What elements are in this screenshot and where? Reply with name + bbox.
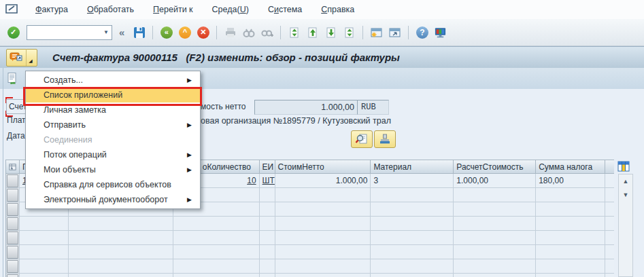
cell-net-value[interactable]: 1.000,00 bbox=[275, 174, 371, 188]
menu-item-personal-note[interactable]: Личная заметка bbox=[26, 103, 200, 117]
magnifier-document-icon bbox=[355, 133, 369, 145]
document-arrow-icon bbox=[6, 72, 20, 86]
exit-button[interactable]: ^ bbox=[178, 26, 191, 39]
last-page-button[interactable] bbox=[343, 26, 356, 39]
menu-invoice[interactable]: Фактура bbox=[26, 3, 78, 16]
display-document-button[interactable] bbox=[351, 130, 373, 148]
header-material[interactable]: Материал bbox=[371, 160, 454, 173]
cell-spacer bbox=[605, 174, 614, 188]
command-field[interactable]: ▼ bbox=[27, 25, 112, 40]
row-selector[interactable] bbox=[6, 274, 20, 277]
menu-bar: Фактура Обработать Перейти к Среда(U) Си… bbox=[0, 0, 644, 20]
last-page-icon bbox=[343, 26, 356, 39]
services-dropdown-icon[interactable]: ◢ bbox=[26, 49, 35, 66]
page-down-icon bbox=[325, 26, 337, 39]
cell-calc-value[interactable]: 1.000,00 bbox=[454, 174, 536, 188]
services-for-object-icon bbox=[7, 50, 26, 65]
menu-help[interactable]: Справка bbox=[311, 3, 364, 16]
table-row-empty bbox=[6, 274, 614, 277]
command-input[interactable] bbox=[27, 26, 101, 39]
binoculars-plus-icon bbox=[261, 26, 273, 39]
page-up-icon bbox=[307, 26, 319, 39]
customize-layout-button[interactable] bbox=[434, 26, 447, 39]
row-selector[interactable] bbox=[6, 231, 20, 245]
page-down-button[interactable] bbox=[324, 26, 337, 39]
services-context-menu: Создать...▶ Список приложений Личная зам… bbox=[25, 71, 201, 209]
header-tax-amount[interactable]: Сумма налога bbox=[536, 160, 605, 173]
title-bar: ◢ Счет-фактура 90000115 (F2) изменить: о… bbox=[0, 46, 644, 69]
net-value-label: мость нетто bbox=[201, 102, 245, 111]
row-selector[interactable] bbox=[6, 174, 20, 188]
menu-item-create[interactable]: Создать...▶ bbox=[26, 73, 200, 88]
binoculars-icon bbox=[243, 26, 255, 39]
header-unit[interactable]: ЕИ bbox=[260, 160, 275, 173]
find-next-button[interactable] bbox=[260, 26, 273, 39]
save-icon bbox=[133, 26, 146, 39]
table-row-empty bbox=[6, 245, 614, 259]
menu-environment[interactable]: Среда(U) bbox=[203, 3, 258, 16]
cancel-button[interactable]: ✕ bbox=[197, 26, 209, 39]
collapse-icon[interactable]: « bbox=[119, 26, 124, 38]
new-session-icon bbox=[370, 26, 383, 39]
stamp-button[interactable] bbox=[374, 130, 396, 148]
cell-unit[interactable]: ШТ bbox=[260, 174, 275, 188]
command-dropdown-icon[interactable]: ▼ bbox=[101, 26, 112, 39]
row-selector[interactable] bbox=[6, 202, 20, 217]
currency-field[interactable]: RUB bbox=[357, 100, 389, 115]
menu-item-workflow[interactable]: Поток операций▶ bbox=[26, 147, 200, 162]
window-left-border bbox=[3, 68, 3, 277]
save-button[interactable] bbox=[133, 26, 146, 39]
system-menu-icon[interactable] bbox=[5, 4, 19, 15]
first-page-icon bbox=[288, 26, 301, 39]
date-label: Дата bbox=[7, 131, 25, 141]
row-selector[interactable] bbox=[6, 259, 20, 274]
find-button[interactable] bbox=[242, 26, 255, 39]
scroll-up-icon[interactable]: ▲ bbox=[619, 174, 632, 188]
submenu-arrow-icon: ▶ bbox=[187, 122, 192, 128]
net-value-field[interactable]: 1.000,00 bbox=[254, 100, 360, 115]
header-calc-value[interactable]: РасчетСтоимость bbox=[454, 160, 536, 173]
page-up-button[interactable] bbox=[306, 26, 319, 39]
payer-label: Плат bbox=[7, 115, 26, 125]
services-for-object-button[interactable]: ◢ bbox=[6, 49, 37, 67]
menu-item-attachment-list[interactable]: Список приложений bbox=[26, 88, 200, 103]
table-configuration-button[interactable] bbox=[617, 160, 636, 173]
create-shortcut-button[interactable] bbox=[388, 26, 401, 39]
menu-goto[interactable]: Перейти к bbox=[143, 3, 202, 16]
enter-button[interactable]: ✓ bbox=[7, 26, 20, 39]
menu-system[interactable]: Система bbox=[258, 3, 311, 16]
monitor-icon bbox=[434, 26, 447, 39]
help-button[interactable]: ? bbox=[416, 26, 428, 39]
submenu-arrow-icon: ▶ bbox=[187, 77, 192, 84]
cell-material[interactable]: 3 bbox=[371, 174, 454, 188]
submenu-arrow-icon: ▶ bbox=[187, 151, 192, 158]
menu-item-send[interactable]: Отправить▶ bbox=[26, 117, 200, 132]
cell-tax-amount[interactable]: 180,00 bbox=[536, 174, 605, 188]
select-all-cell[interactable] bbox=[6, 160, 20, 173]
stamp-icon bbox=[379, 133, 391, 145]
standard-toolbar: ✓ ▼ « « ^ ✕ bbox=[0, 19, 644, 46]
row-selector[interactable] bbox=[6, 188, 20, 202]
submenu-arrow-icon: ▶ bbox=[187, 166, 192, 173]
table-row-empty bbox=[6, 259, 614, 274]
menu-item-my-objects[interactable]: Мои объекты▶ bbox=[26, 162, 200, 177]
printer-icon bbox=[224, 26, 237, 39]
menu-edit[interactable]: Обработать bbox=[78, 3, 143, 16]
first-page-button[interactable] bbox=[288, 26, 301, 39]
other-invoice-button[interactable] bbox=[5, 71, 21, 86]
back-button[interactable]: « bbox=[160, 26, 173, 39]
page-title: Счет-фактура 90000115 (F2) изменить: обз… bbox=[52, 52, 400, 63]
header-spacer bbox=[605, 160, 614, 173]
header-net-value[interactable]: СтоимНетто bbox=[275, 160, 371, 173]
row-selector[interactable] bbox=[6, 217, 20, 231]
scroll-down-icon[interactable]: ▼ bbox=[619, 188, 632, 202]
print-button[interactable] bbox=[224, 26, 237, 39]
vertical-scrollbar[interactable]: ▲ ▼ bbox=[618, 174, 633, 277]
submenu-arrow-icon: ▶ bbox=[187, 196, 192, 203]
row-selector[interactable] bbox=[6, 245, 20, 259]
menu-item-edocument[interactable]: Электронный документооборот▶ bbox=[26, 192, 200, 207]
menu-item-help-for-object-services[interactable]: Справка для сервисов объектов bbox=[26, 177, 200, 192]
menu-item-relationships: Соединения bbox=[26, 132, 200, 147]
new-session-button[interactable] bbox=[370, 26, 383, 39]
sales-org-text: овая организация №1895779 / Кутузовский … bbox=[201, 116, 391, 126]
